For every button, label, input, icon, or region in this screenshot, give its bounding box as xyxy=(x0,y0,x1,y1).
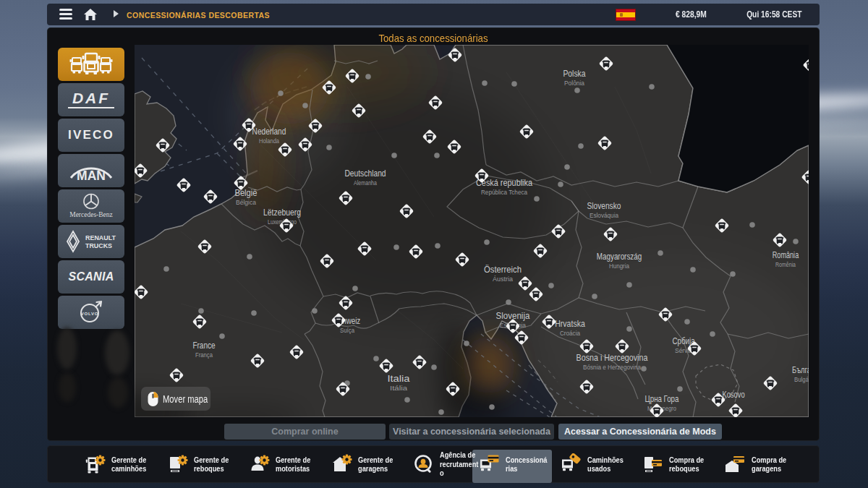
svg-text:Polska: Polska xyxy=(563,68,586,79)
svg-text:VOLVO: VOLVO xyxy=(81,312,99,316)
svg-text:Alemanha: Alemanha xyxy=(354,179,378,187)
svg-text:Hrvatska: Hrvatska xyxy=(555,318,585,329)
svg-text:Magyarország: Magyarország xyxy=(597,251,642,262)
svg-text:Holanda: Holanda xyxy=(259,137,280,145)
svg-text:Italia: Italia xyxy=(387,373,410,384)
svg-text:Bélgica: Bélgica xyxy=(236,198,257,206)
svg-text:RENAULT: RENAULT xyxy=(85,234,116,241)
svg-text:Hungria: Hungria xyxy=(609,262,630,270)
svg-text:Mercedes-Benz: Mercedes-Benz xyxy=(69,211,113,218)
svg-text:Nederland: Nederland xyxy=(252,126,286,137)
svg-text:Lëtzebuerg: Lëtzebuerg xyxy=(263,207,301,218)
svg-text:France: France xyxy=(192,340,215,351)
svg-text:Slovensko: Slovensko xyxy=(587,200,621,211)
svg-text:Polônia: Polônia xyxy=(564,79,585,87)
svg-text:Bósnia e Herzegovina: Bósnia e Herzegovina xyxy=(583,363,642,371)
svg-text:Romênia: Romênia xyxy=(775,260,796,268)
svg-text:Croácia: Croácia xyxy=(560,329,581,337)
svg-text:Bosna i Hercegovina: Bosna i Hercegovina xyxy=(576,352,648,363)
svg-text:França: França xyxy=(195,351,213,359)
svg-text:Бълга: Бълга xyxy=(792,364,809,375)
svg-text:Áustria: Áustria xyxy=(493,275,514,283)
svg-text:República Tcheca: República Tcheca xyxy=(481,188,528,196)
svg-text:Itália: Itália xyxy=(390,384,408,392)
svg-text:Eslováquia: Eslováquia xyxy=(590,211,619,219)
svg-text:MAN: MAN xyxy=(77,168,106,182)
svg-text:Bulgá: Bulgá xyxy=(794,375,809,383)
svg-text:Kosovo: Kosovo xyxy=(722,389,744,400)
svg-text:België: België xyxy=(234,187,257,198)
svg-text:TRUCKS: TRUCKS xyxy=(85,241,112,249)
svg-text:România: România xyxy=(773,249,799,260)
svg-text:Österreich: Österreich xyxy=(484,264,522,275)
svg-text:Slovenija: Slovenija xyxy=(496,310,530,321)
svg-text:Suíça: Suíça xyxy=(340,326,355,334)
svg-text:Deutschland: Deutschland xyxy=(344,168,386,179)
svg-text:Црна Гора: Црна Гора xyxy=(645,393,679,404)
